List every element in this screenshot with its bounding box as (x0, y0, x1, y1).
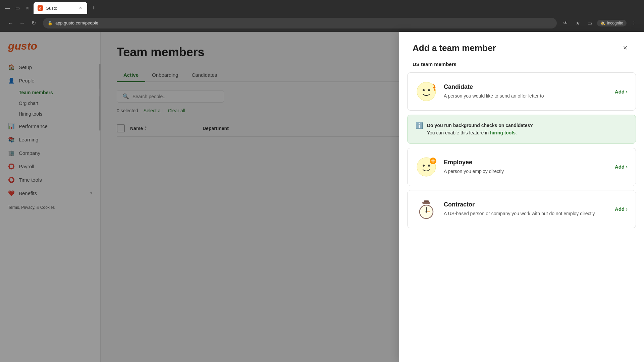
close-window-button[interactable]: ✕ (23, 3, 32, 13)
tab-favicon: g (38, 5, 43, 11)
svg-point-7 (423, 165, 425, 167)
incognito-icon: 🕵 (600, 21, 605, 25)
incognito-label: Incognito (607, 21, 623, 25)
contractor-icon (416, 198, 437, 220)
candidate-avatar-icon (416, 81, 436, 102)
employee-icon (416, 156, 437, 178)
info-box-after: . (516, 130, 517, 135)
bookmark-icon[interactable]: ★ (573, 18, 582, 28)
forward-button[interactable]: → (17, 18, 28, 28)
contractor-card: Contractor A US-based person or company … (407, 190, 636, 228)
contractor-card-body: Contractor A US-based person or company … (444, 201, 608, 217)
candidate-title: Candidate (444, 83, 608, 90)
maximize-button[interactable]: ▭ (13, 3, 22, 13)
modal-section-title: US team members (399, 61, 644, 72)
reload-button[interactable]: ↻ (28, 18, 39, 28)
svg-point-0 (417, 82, 436, 101)
minimize-button[interactable]: — (3, 3, 12, 13)
employee-avatar-icon (416, 157, 436, 177)
candidate-icon (416, 81, 437, 102)
candidate-add-chevron-icon: › (626, 89, 628, 95)
lock-icon: 🔒 (48, 21, 53, 25)
window-controls: — ▭ ✕ (3, 3, 32, 13)
eye-off-icon[interactable]: 👁 (561, 18, 570, 28)
contractor-add-button[interactable]: Add › (615, 206, 628, 212)
contractor-description: A US-based person or company you work wi… (444, 210, 608, 217)
url-text: app.gusto.com/people (55, 20, 98, 25)
extensions-icon[interactable]: ▭ (585, 18, 594, 28)
page-content: gusto 🏠 Setup 👤 People Team members Org … (0, 32, 644, 362)
address-bar: ← → ↻ 🔒 app.gusto.com/people 👁 ★ ▭ 🕵 Inc… (0, 14, 644, 32)
svg-point-1 (423, 89, 425, 91)
candidate-card: Candidate A person you would like to sen… (407, 72, 636, 111)
employee-add-chevron-icon: › (626, 164, 628, 170)
info-box-text: Do you run background checks on candidat… (427, 122, 533, 137)
menu-button[interactable]: ⋮ (629, 18, 639, 28)
contractor-add-chevron-icon: › (626, 206, 628, 212)
contractor-title: Contractor (444, 201, 608, 208)
svg-point-18 (426, 211, 427, 213)
candidate-description: A person you would like to send an offer… (444, 93, 608, 100)
candidate-add-label: Add (615, 89, 625, 95)
candidate-card-body: Candidate A person you would like to sen… (444, 83, 608, 100)
info-box-body: You can enable this feature in (427, 130, 490, 135)
modal-title: Add a team member (413, 43, 496, 53)
back-button[interactable]: ← (5, 18, 16, 28)
hiring-tools-link[interactable]: hiring tools (490, 130, 516, 135)
contractor-avatar-icon (416, 199, 436, 219)
active-tab[interactable]: g Gusto ✕ (34, 2, 87, 14)
tab-bar: — ▭ ✕ g Gusto ✕ + (0, 0, 644, 14)
employee-add-label: Add (615, 164, 625, 170)
employee-description: A person you employ directly (444, 168, 608, 175)
employee-title: Employee (444, 159, 608, 166)
new-tab-button[interactable]: + (89, 3, 98, 13)
background-check-info-box: ℹ️ Do you run background checks on candi… (407, 115, 636, 144)
contractor-add-label: Add (615, 206, 625, 212)
employee-card: Employee A person you employ directly Ad… (407, 148, 636, 186)
candidate-add-button[interactable]: Add › (615, 89, 628, 95)
svg-point-2 (428, 89, 430, 91)
browser-chrome: — ▭ ✕ g Gusto ✕ + ← → ↻ 🔒 app.gusto.com/… (0, 0, 644, 32)
url-bar[interactable]: 🔒 app.gusto.com/people (43, 18, 557, 28)
tab-close-button[interactable]: ✕ (78, 5, 83, 11)
svg-rect-13 (424, 200, 429, 202)
incognito-badge: 🕵 Incognito (597, 20, 627, 26)
modal-close-button[interactable]: × (620, 43, 631, 53)
info-circle-icon: ℹ️ (416, 122, 423, 129)
info-box-heading: Do you run background checks on candidat… (427, 123, 533, 128)
employee-card-body: Employee A person you employ directly (444, 159, 608, 175)
svg-point-8 (428, 165, 430, 167)
modal-header: Add a team member × (399, 32, 644, 61)
tab-title: Gusto (46, 6, 75, 11)
employee-add-button[interactable]: Add › (615, 164, 628, 170)
add-team-member-modal: Add a team member × US team members (399, 32, 644, 362)
